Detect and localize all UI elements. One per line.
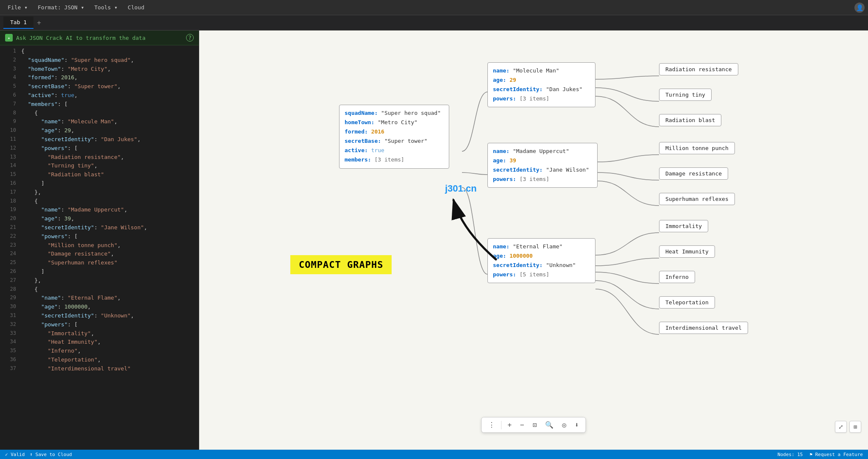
code-line: 3 "homeTown": "Metro City", [0, 65, 199, 74]
code-line: 37 "Interdimensional travel" [0, 364, 199, 373]
code-line: 21 "secretIdentity": "Jane Wilson", [0, 223, 199, 232]
user-avatar[interactable]: 👤 [854, 3, 865, 13]
power-radiation-blast: Radiation blast [659, 114, 721, 126]
root-members: members: [3 items] [345, 155, 444, 164]
code-line: 20 "age": 39, [0, 214, 199, 223]
power-immortality: Immortality [659, 220, 708, 232]
code-line: 14 "Turning tiny", [0, 161, 199, 170]
menu-tools[interactable]: Tools ▾ [90, 3, 122, 12]
root-hometown: homeTown: "Metro City" [345, 118, 444, 127]
m2-powers: powers: [3 items] [493, 175, 592, 184]
main-content: ✦ Ask JSON Crack AI to transform the dat… [0, 31, 868, 450]
m1-identity: secretIdentity: "Dan Jukes" [493, 85, 590, 94]
root-node[interactable]: squadName: "Super hero squad" homeTown: … [339, 105, 449, 169]
status-right: Nodes: 15 ⚑ Request a Feature [778, 452, 863, 457]
code-line: 22 "powers": [ [0, 232, 199, 241]
power-damage-resistance: Damage resistance [659, 167, 728, 180]
code-line: 11 "secretIdentity": "Dan Jukes", [0, 135, 199, 144]
graph-toolbar: ⋮ + − ⊡ 🔍 ◎ ⬇ [481, 417, 586, 433]
code-line: 18 { [0, 197, 199, 206]
member1-node[interactable]: name: "Molecule Man" age: 29 secretIdent… [487, 62, 595, 107]
menu-file[interactable]: File ▾ [3, 3, 32, 12]
code-line: 15 "Radiation blast" [0, 170, 199, 179]
power-radiation-resistance: Radiation resistance [659, 63, 738, 75]
m1-age: age: 29 [493, 75, 590, 85]
power-heat-immunity: Heat Immunity [659, 245, 715, 258]
code-line: 23 "Million tonne punch", [0, 241, 199, 250]
tab-add-button[interactable]: + [33, 17, 45, 28]
m1-powers: powers: [3 items] [493, 94, 590, 103]
ai-help-button[interactable]: ? [186, 34, 194, 42]
code-line: 30 "age": 1000000, [0, 303, 199, 312]
code-line: 6 "active": true, [0, 91, 199, 100]
code-line: 35 "Inferno", [0, 347, 199, 356]
toolbar-fit-btn[interactable]: ⊡ [529, 419, 540, 431]
m1-name: name: "Molecule Man" [493, 66, 590, 75]
code-line: 2 "squadName": "Super hero squad", [0, 56, 199, 65]
code-line: 32 "powers": [ [0, 320, 199, 329]
code-line: 34 "Heat Immunity", [0, 338, 199, 347]
root-squadname: squadName: "Super hero squad" [345, 108, 444, 118]
m2-age: age: 39 [493, 156, 592, 165]
zoom-expand-btn[interactable]: ⤢ [835, 421, 847, 433]
power-million-tonne: Million tonne punch [659, 142, 735, 154]
code-line: 25 "Superhuman reflexes" [0, 259, 199, 267]
code-line: 33 "Immortality", [0, 329, 199, 338]
code-line: 27 }, [0, 276, 199, 285]
code-line: 13 "Radiation resistance", [0, 153, 199, 162]
power-turning-tiny: Turning tiny [659, 89, 712, 101]
tab-1[interactable]: Tab 1 [3, 17, 33, 29]
toolbar-separator [501, 421, 501, 429]
menu-right: 👤 [854, 3, 865, 13]
code-line: 19 "name": "Madame Uppercut", [0, 206, 199, 214]
code-line: 29 "name": "Eternal Flame", [0, 294, 199, 303]
menu-format[interactable]: Format: JSON ▾ [33, 3, 89, 12]
code-editor[interactable]: 1 { 2 "squadName": "Super hero squad", 3… [0, 45, 199, 450]
toolbar-zoom-out-btn[interactable]: − [517, 419, 528, 431]
code-line: 10 "age": 29, [0, 126, 199, 135]
ai-banner-text: Ask JSON Crack AI to transform the data [16, 35, 145, 41]
member2-node[interactable]: name: "Madame Uppercut" age: 39 secretId… [487, 143, 598, 188]
status-bar: ✓ Valid ⬆ Save to Cloud Nodes: 15 ⚑ Requ… [0, 450, 868, 459]
ai-banner[interactable]: ✦ Ask JSON Crack AI to transform the dat… [0, 31, 199, 45]
code-line: 1 { [0, 47, 199, 56]
toolbar-download-btn[interactable]: ⬇ [571, 419, 582, 431]
valid-status: ✓ Valid [5, 452, 25, 457]
m2-identity: secretIdentity: "Jane Wilson" [493, 165, 592, 175]
graph-panel[interactable]: squadName: "Super hero squad" homeTown: … [199, 31, 868, 450]
toolbar-menu-btn[interactable]: ⋮ [485, 419, 498, 431]
code-line: 9 "name": "Molecule Man", [0, 117, 199, 126]
code-line: 12 "powers": [ [0, 144, 199, 153]
m2-name: name: "Madame Uppercut" [493, 147, 592, 156]
arrow-graphic [428, 187, 513, 272]
toolbar-zoom-in-btn[interactable]: + [504, 419, 515, 431]
menu-cloud[interactable]: Cloud [123, 3, 148, 12]
save-cloud[interactable]: ⬆ Save to Cloud [30, 452, 72, 457]
root-secretbase: secretBase: "Super tower" [345, 136, 444, 146]
code-line: 7 "members": [ [0, 100, 199, 109]
code-line: 8 { [0, 109, 199, 118]
zoom-controls: ⤢ ⊞ [835, 421, 861, 433]
toolbar-focus-btn[interactable]: ◎ [559, 419, 570, 431]
root-active: active: true [345, 146, 444, 155]
root-formed: formed: 2016 [345, 127, 444, 136]
menu-bar: File ▾ Format: JSON ▾ Tools ▾ Cloud 👤 [0, 0, 868, 15]
nodes-count: Nodes: 15 [778, 452, 803, 457]
code-line: 36 "Teleportation", [0, 356, 199, 364]
code-panel: ✦ Ask JSON Crack AI to transform the dat… [0, 31, 199, 450]
code-line: 17 }, [0, 188, 199, 197]
code-line: 31 "secretIdentity": "Unknown", [0, 312, 199, 320]
zoom-layout-btn[interactable]: ⊞ [849, 421, 861, 433]
power-inferno: Inferno [659, 271, 695, 283]
code-line: 26 ] [0, 267, 199, 276]
code-line: 24 "Damage resistance", [0, 250, 199, 259]
toolbar-search-btn[interactable]: 🔍 [542, 419, 557, 431]
compact-graphs-label: COMPACT GRAPHS [290, 255, 392, 274]
request-feature[interactable]: ⚑ Request a Feature [810, 452, 863, 457]
code-line: 16 ] [0, 179, 199, 188]
power-superhuman-reflexes: Superhuman reflexes [659, 193, 735, 205]
code-line: 5 "secretBase": "Super tower", [0, 82, 199, 91]
tab-bar: Tab 1 + [0, 15, 868, 31]
power-interdimensional: Interdimensional travel [659, 322, 748, 334]
code-line: 4 "formed": 2016, [0, 73, 199, 82]
